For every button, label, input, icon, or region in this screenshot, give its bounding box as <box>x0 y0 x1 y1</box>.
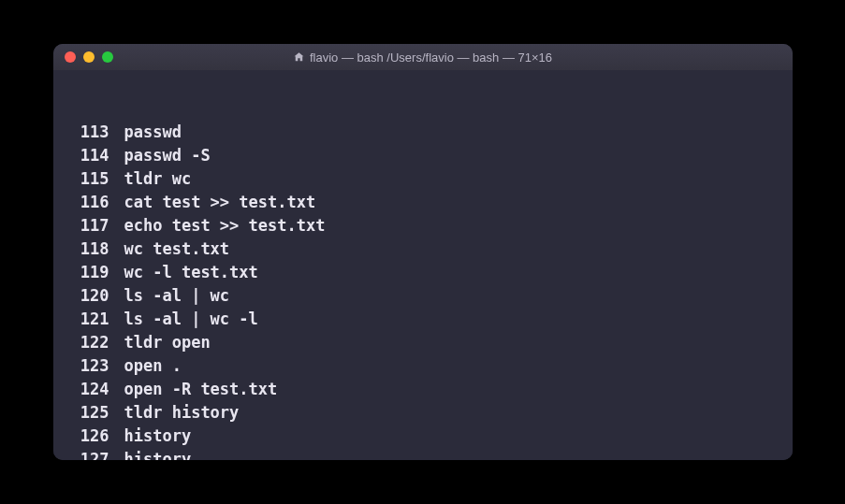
minimize-button[interactable] <box>83 51 95 63</box>
history-command: ls -al | wc <box>124 284 230 308</box>
history-number: 124 <box>61 378 124 401</box>
history-command: open . <box>124 354 182 378</box>
history-command: history <box>124 448 192 460</box>
history-command: tldr history <box>124 401 240 425</box>
history-line: 121ls -al | wc -l <box>61 308 785 331</box>
history-line: 123open . <box>61 354 785 378</box>
close-button[interactable] <box>65 51 76 63</box>
history-line: 113passwd <box>61 121 785 144</box>
history-number: 117 <box>61 214 124 238</box>
history-command: ls -al | wc -l <box>124 308 258 331</box>
history-command: cat test >> test.txt <box>124 191 316 214</box>
history-command: open -R test.txt <box>124 378 278 401</box>
history-command: wc test.txt <box>124 238 230 261</box>
traffic-lights <box>65 51 113 63</box>
history-line: 116cat test >> test.txt <box>61 191 785 214</box>
history-number: 121 <box>61 308 124 331</box>
terminal-window: flavio — bash /Users/flavio — bash — 71×… <box>53 44 793 460</box>
history-line: 114passwd -S <box>61 144 785 167</box>
history-line: 120ls -al | wc <box>61 284 785 308</box>
history-command: passwd <box>124 121 182 144</box>
history-line: 126history <box>61 425 785 448</box>
title-content: flavio — bash /Users/flavio — bash — 71×… <box>293 50 552 65</box>
history-line: 122tldr open <box>61 331 785 354</box>
terminal-body[interactable]: 113passwd114passwd -S115tldr wc116cat te… <box>53 70 793 460</box>
history-number: 113 <box>61 121 124 144</box>
window-title: flavio — bash /Users/flavio — bash — 71×… <box>310 50 552 65</box>
history-line: 117echo test >> test.txt <box>61 214 785 238</box>
history-command: passwd -S <box>124 144 211 167</box>
history-command: echo test >> test.txt <box>124 214 326 238</box>
history-number: 126 <box>61 425 124 448</box>
history-number: 115 <box>61 167 124 191</box>
history-output: 113passwd114passwd -S115tldr wc116cat te… <box>61 121 785 460</box>
history-line: 118wc test.txt <box>61 238 785 261</box>
history-line: 124open -R test.txt <box>61 378 785 401</box>
history-number: 123 <box>61 354 124 378</box>
history-number: 127 <box>61 448 124 460</box>
history-line: 115tldr wc <box>61 167 785 191</box>
history-number: 116 <box>61 191 124 214</box>
history-line: 119wc -l test.txt <box>61 261 785 284</box>
maximize-button[interactable] <box>102 51 113 63</box>
history-number: 118 <box>61 238 124 261</box>
home-icon <box>293 51 304 63</box>
history-command: tldr open <box>124 331 211 354</box>
history-number: 119 <box>61 261 124 284</box>
history-command: wc -l test.txt <box>124 261 258 284</box>
history-number: 125 <box>61 401 124 425</box>
history-number: 114 <box>61 144 124 167</box>
titlebar: flavio — bash /Users/flavio — bash — 71×… <box>53 44 793 70</box>
history-line: 127history <box>61 448 785 460</box>
history-command: history <box>124 425 192 448</box>
history-line: 125tldr history <box>61 401 785 425</box>
history-number: 122 <box>61 331 124 354</box>
history-number: 120 <box>61 284 124 308</box>
history-command: tldr wc <box>124 167 192 191</box>
